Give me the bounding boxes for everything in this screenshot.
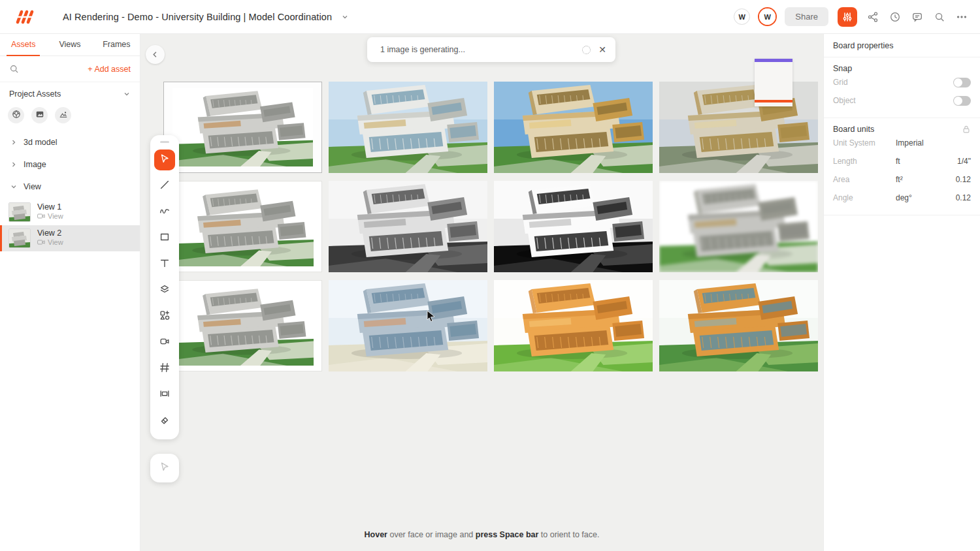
avatar-current-user[interactable]: W bbox=[759, 8, 776, 25]
tree-item-image[interactable]: Image bbox=[0, 155, 140, 174]
project-assets-header[interactable]: Project Assets bbox=[0, 82, 140, 106]
rectangle-tool-button[interactable] bbox=[154, 228, 175, 249]
unit-precision[interactable]: 0.12 bbox=[956, 175, 971, 184]
generating-image-placeholder bbox=[755, 59, 792, 106]
board-settings-button[interactable] bbox=[838, 7, 857, 27]
text-icon bbox=[159, 257, 171, 272]
chevron-right-icon bbox=[10, 161, 17, 168]
camera-tool-button[interactable] bbox=[154, 332, 175, 353]
line-icon bbox=[159, 179, 171, 193]
view-name: View 1 bbox=[37, 202, 63, 212]
tab-views[interactable]: Views bbox=[46, 34, 93, 55]
drawing-toolbar bbox=[150, 135, 179, 439]
tree-item-3d-model[interactable]: 3d model bbox=[0, 133, 140, 152]
view-filter-chip[interactable] bbox=[55, 107, 71, 123]
status-hint: Hover over face or image and press Space… bbox=[140, 530, 823, 539]
mouse-cursor bbox=[426, 310, 436, 322]
back-button[interactable] bbox=[146, 45, 165, 64]
3d-filter-chip[interactable] bbox=[8, 107, 24, 123]
render-photoreal-dusk[interactable] bbox=[659, 82, 818, 173]
more-options-ellipsis-icon[interactable] bbox=[955, 10, 968, 24]
grid-tool-button[interactable] bbox=[154, 358, 175, 379]
text-tool-button[interactable] bbox=[154, 254, 175, 275]
source-model-view-3[interactable] bbox=[163, 280, 322, 371]
render-photoreal-white[interactable] bbox=[329, 82, 487, 173]
select-tool-button[interactable] bbox=[154, 150, 175, 170]
source-model-view-1[interactable] bbox=[163, 82, 322, 173]
board-properties-panel: Board properties Snap GridObject Board u… bbox=[823, 34, 980, 551]
assets-icon bbox=[159, 309, 171, 324]
draw-tool-button[interactable] bbox=[154, 202, 175, 223]
chevron-right-icon bbox=[10, 139, 17, 146]
placeholder-top-bar bbox=[755, 59, 792, 62]
camera-icon bbox=[159, 336, 171, 350]
add-asset-button[interactable]: + Add asset bbox=[88, 65, 131, 74]
line-tool-button[interactable] bbox=[154, 176, 175, 197]
comments-icon[interactable] bbox=[911, 10, 924, 24]
eraser-icon bbox=[159, 414, 171, 428]
unit-value[interactable]: Imperial bbox=[896, 138, 924, 148]
unit-value[interactable]: deg° bbox=[896, 193, 912, 202]
render-watercolor-mixed[interactable] bbox=[659, 280, 818, 371]
unit-row-angle: Angledeg°0.12 bbox=[833, 189, 971, 207]
render-bw-contrast[interactable] bbox=[494, 181, 653, 272]
toast-close-icon[interactable]: ✕ bbox=[598, 44, 606, 55]
image-filter-chip[interactable] bbox=[31, 107, 48, 123]
layers-icon bbox=[159, 283, 171, 298]
view-filter-icon bbox=[59, 110, 68, 121]
view-thumbnail bbox=[8, 202, 31, 222]
unit-precision[interactable]: 0.12 bbox=[956, 193, 971, 202]
hint-bold-hover: Hover bbox=[365, 530, 387, 539]
history-clock-icon[interactable] bbox=[889, 10, 902, 24]
rectangle-icon bbox=[159, 231, 171, 245]
render-watercolor-blue[interactable] bbox=[329, 280, 487, 371]
hint-mid: over face or image and bbox=[387, 530, 476, 539]
draw-icon bbox=[159, 205, 171, 219]
render-photoreal-gold[interactable] bbox=[494, 82, 653, 173]
render-bw-photo[interactable] bbox=[329, 181, 487, 272]
camera-icon bbox=[37, 239, 45, 245]
assets-sidebar: AssetsViewsFrames + Add asset Project As… bbox=[0, 34, 140, 551]
unit-value[interactable]: ft bbox=[896, 157, 900, 166]
placeholder-progress-bar bbox=[755, 100, 792, 102]
hint-bold-space: press Space bar bbox=[476, 530, 539, 539]
render-model-blurred[interactable] bbox=[659, 181, 818, 272]
section-tool-button[interactable] bbox=[154, 385, 175, 405]
toolbar-drag-handle[interactable] bbox=[160, 141, 169, 143]
pointer-tool-button[interactable] bbox=[150, 454, 179, 482]
share-button[interactable]: Share bbox=[785, 7, 828, 26]
tree-item-label: 3d model bbox=[24, 138, 57, 147]
share-nodes-icon[interactable] bbox=[866, 10, 879, 24]
app-logo-icon[interactable] bbox=[13, 8, 35, 25]
3d-filter-icon bbox=[12, 110, 21, 121]
unit-label: Angle bbox=[833, 193, 896, 202]
layers-tool-button[interactable] bbox=[154, 280, 175, 301]
snap-section: Snap GridObject bbox=[824, 57, 980, 118]
avatar-collaborator[interactable]: W bbox=[734, 8, 750, 25]
view-name: View 2 bbox=[37, 228, 63, 238]
hint-tail: to orient to face. bbox=[538, 530, 599, 539]
tab-frames[interactable]: Frames bbox=[93, 34, 140, 55]
generation-toast: 1 image is generating... ✕ bbox=[367, 37, 615, 62]
title-chevron-down-icon[interactable] bbox=[341, 13, 349, 21]
view-item-view-2[interactable]: View 2View bbox=[0, 225, 140, 251]
search-icon[interactable] bbox=[9, 64, 19, 74]
grid-toggle[interactable] bbox=[953, 78, 971, 87]
search-icon[interactable] bbox=[933, 10, 946, 24]
view-type-label: View bbox=[48, 212, 63, 220]
render-watercolor-orange[interactable] bbox=[494, 280, 653, 371]
view-item-view-1[interactable]: View 1View bbox=[0, 199, 140, 225]
object-toggle[interactable] bbox=[953, 96, 971, 106]
unit-value[interactable]: ft² bbox=[896, 175, 903, 184]
unit-precision[interactable]: 1/4" bbox=[957, 157, 971, 166]
assets-tool-button[interactable] bbox=[154, 306, 175, 327]
tab-assets[interactable]: Assets bbox=[0, 34, 46, 55]
grid-icon bbox=[159, 362, 171, 376]
topbar-actions: W W Share bbox=[734, 7, 980, 27]
source-model-view-2[interactable] bbox=[163, 181, 322, 272]
tree-item-view[interactable]: View bbox=[0, 177, 140, 197]
chevron-down-icon bbox=[10, 183, 17, 190]
sidebar-tabs: AssetsViewsFrames bbox=[0, 34, 140, 56]
eraser-tool-button[interactable] bbox=[154, 411, 175, 432]
board-canvas[interactable]: 1 image is generating... ✕ Hover over fa… bbox=[140, 34, 823, 551]
